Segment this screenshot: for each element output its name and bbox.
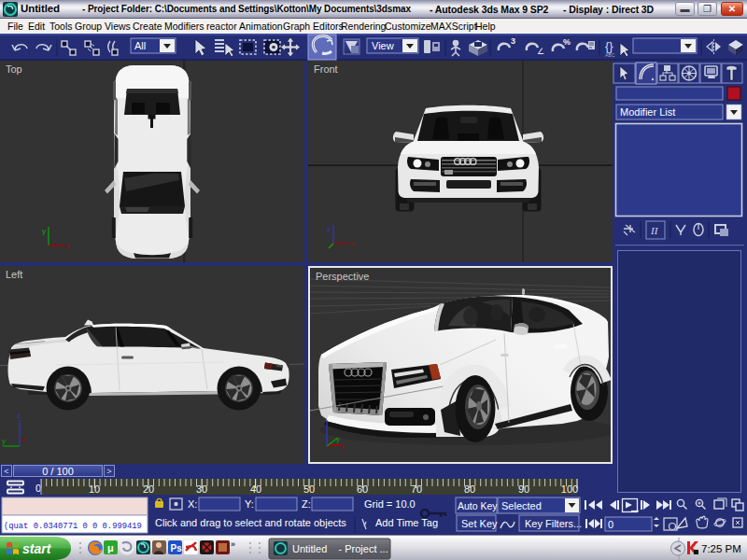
svg-text:X:: X: xyxy=(188,498,197,510)
svg-text:10: 10 xyxy=(89,483,100,495)
svg-text:0: 0 xyxy=(608,519,613,530)
svg-text:View: View xyxy=(372,40,394,51)
svg-text:70: 70 xyxy=(411,483,422,495)
svg-text:Add Time Tag: Add Time Tag xyxy=(375,517,438,528)
svg-text:z: z xyxy=(17,412,21,420)
svg-text:y: y xyxy=(336,435,340,443)
svg-text:Selected: Selected xyxy=(501,500,542,511)
svg-text:Click and drag to select and r: Click and drag to select and rotate obje… xyxy=(155,517,346,528)
svg-text:x: x xyxy=(65,242,69,250)
svg-text:x: x xyxy=(22,436,26,442)
svg-text:Y:: Y: xyxy=(245,498,254,510)
svg-text:Untitled - Project ...: Untitled - Project ... xyxy=(292,543,388,554)
svg-text:7:25 PM: 7:25 PM xyxy=(701,543,741,554)
svg-text:(quat 0.0340771 0 0 0.999419: (quat 0.0340771 0 0 0.999419 xyxy=(4,522,142,531)
svg-text:II: II xyxy=(650,225,659,236)
svg-text:%: % xyxy=(563,37,571,47)
svg-text:100: 100 xyxy=(561,483,578,495)
svg-text:Grid = 10.0: Grid = 10.0 xyxy=(364,498,416,510)
svg-text:x: x xyxy=(350,240,354,248)
svg-text:y: y xyxy=(42,227,46,235)
svg-text:Z:: Z: xyxy=(302,498,311,510)
svg-text:0: 0 xyxy=(35,483,41,494)
svg-text:Set Key: Set Key xyxy=(461,518,498,529)
svg-text:ABC: ABC xyxy=(605,52,615,58)
svg-text:90: 90 xyxy=(518,483,529,495)
svg-text:Modifier List: Modifier List xyxy=(620,106,675,118)
svg-text:x: x xyxy=(341,443,345,450)
svg-text:50: 50 xyxy=(303,483,315,495)
svg-text:80: 80 xyxy=(464,483,475,495)
svg-text:3: 3 xyxy=(511,36,515,46)
svg-text:start: start xyxy=(22,541,52,556)
svg-text:60: 60 xyxy=(357,483,368,495)
svg-text:Auto Key: Auto Key xyxy=(458,500,498,511)
svg-text:Key Filters...: Key Filters... xyxy=(525,518,582,529)
svg-text:{}: {} xyxy=(605,39,613,53)
svg-text:30: 30 xyxy=(196,483,207,495)
svg-text:Ps: Ps xyxy=(171,543,183,553)
svg-text:»: » xyxy=(231,539,235,549)
svg-text:z: z xyxy=(327,225,331,233)
svg-text:∠: ∠ xyxy=(537,47,544,56)
svg-text:All: All xyxy=(134,40,146,51)
svg-text:μ: μ xyxy=(107,542,114,553)
svg-text:y: y xyxy=(2,437,6,445)
svg-text:20: 20 xyxy=(143,483,154,495)
svg-text:40: 40 xyxy=(250,483,261,495)
